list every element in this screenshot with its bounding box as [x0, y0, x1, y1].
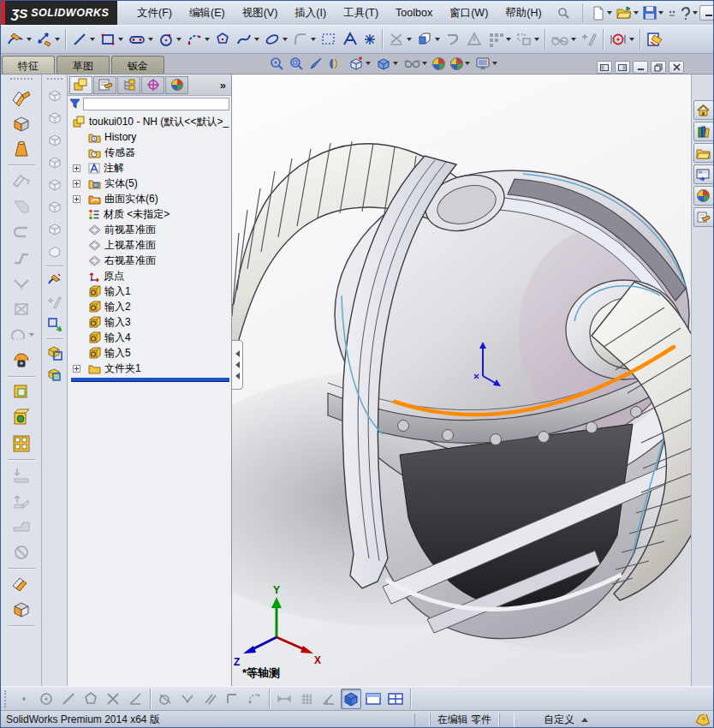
polygon-tool-icon[interactable] [212, 27, 233, 51]
snap-parallel-icon[interactable] [199, 689, 220, 709]
units-selector[interactable]: 自定义 [515, 713, 617, 727]
lofted-bend-icon[interactable] [9, 136, 34, 162]
tree-item-imported4[interactable]: 输入4 [69, 330, 231, 345]
no-bends-icon[interactable] [9, 540, 34, 565]
minimize-icon[interactable] [699, 5, 714, 21]
display-style-icon[interactable] [374, 54, 400, 73]
home-icon[interactable] [693, 100, 714, 120]
zoom-fit-icon[interactable] [268, 54, 286, 73]
menu-file[interactable]: 文件(F) [129, 3, 180, 23]
text-tool-icon[interactable] [340, 27, 360, 51]
rollback-bar[interactable] [71, 378, 229, 381]
snap-midpoint-icon[interactable] [177, 689, 198, 709]
circle-tool-icon[interactable] [156, 27, 183, 51]
view-settings-icon[interactable] [473, 54, 499, 73]
unfold-icon[interactable] [9, 462, 34, 488]
view-front-icon[interactable] [45, 85, 65, 107]
view-back-icon[interactable] [45, 107, 65, 129]
view-right-icon[interactable] [45, 152, 65, 174]
menu-insert[interactable]: 插入(I) [287, 3, 334, 23]
unit-angle-icon[interactable] [318, 689, 339, 709]
selection-box-icon[interactable] [318, 27, 339, 51]
base-flange-icon[interactable] [9, 85, 34, 110]
move-entities-icon[interactable] [514, 27, 541, 51]
snap-intersection-icon[interactable] [103, 689, 123, 709]
snap-quadrant-icon[interactable] [80, 689, 101, 709]
doc-restore-icon[interactable] [651, 61, 666, 74]
open-icon[interactable] [615, 3, 640, 22]
point-tool-icon[interactable] [361, 27, 378, 51]
expand-icon[interactable] [73, 195, 80, 203]
snap-tangent-icon[interactable] [155, 689, 176, 709]
tree-item-imported1[interactable]: 输入1 [69, 283, 231, 299]
toolbar-grip[interactable] [10, 78, 33, 82]
display-relations-icon[interactable] [549, 27, 578, 51]
appearance-icon[interactable] [431, 54, 447, 73]
tree-item-imported3[interactable]: 输入3 [69, 314, 231, 330]
tree-item-material[interactable]: 材质 <未指定> [69, 206, 231, 222]
expand-icon[interactable] [73, 180, 80, 188]
edge-flange-icon[interactable] [9, 168, 34, 194]
doc-close-icon[interactable] [669, 61, 684, 74]
rip-icon[interactable] [9, 597, 34, 623]
tree-item-solid-bodies[interactable]: 实体(5) [69, 176, 231, 191]
sketch-new-icon[interactable] [45, 269, 65, 291]
fillet-tool-icon[interactable] [290, 27, 318, 51]
toolbar-grip[interactable] [47, 78, 62, 82]
line-tool-icon[interactable] [69, 27, 97, 51]
configuration-manager-tab[interactable] [117, 76, 140, 94]
tree-item-front-plane[interactable]: 前视基准面 [69, 222, 231, 237]
fold-icon[interactable] [9, 488, 34, 514]
arc-tool-icon[interactable] [184, 27, 211, 51]
mirror-entities-icon[interactable] [464, 27, 485, 51]
view-left-icon[interactable] [45, 129, 65, 152]
flatten-icon[interactable] [9, 514, 34, 540]
extruded-cut-icon[interactable] [9, 322, 34, 348]
toolbar-overflow-icon[interactable] [666, 3, 678, 22]
file-explorer-icon[interactable] [693, 143, 714, 163]
helmet-model[interactable]: Y X Z [232, 75, 691, 686]
slot-tool-icon[interactable] [126, 27, 155, 51]
snap-angle-icon[interactable] [125, 689, 146, 709]
tree-item-annotations[interactable]: 注解 [69, 160, 231, 176]
menu-edit[interactable]: 编辑(E) [181, 3, 233, 23]
graphics-area[interactable]: Y X Z *等轴测 [232, 75, 691, 686]
expand-icon[interactable] [73, 365, 80, 373]
design-library-icon[interactable] [693, 122, 714, 141]
magnifying-glass-icon[interactable] [307, 54, 326, 73]
snap-perpendicular-icon[interactable] [222, 689, 242, 709]
search-icon[interactable] [555, 4, 574, 21]
cross-break-icon[interactable] [9, 296, 34, 322]
tag-icon[interactable] [694, 714, 710, 726]
display-manager-tab[interactable] [165, 76, 188, 94]
snap-line-icon[interactable] [58, 689, 79, 709]
linear-pattern-icon[interactable] [485, 27, 513, 51]
single-viewport-icon[interactable] [363, 689, 384, 709]
tree-filter-input[interactable] [83, 98, 229, 110]
menu-window[interactable]: 窗口(W) [442, 3, 496, 23]
tree-item-surface-bodies[interactable]: 曲面实体(6) [69, 191, 231, 206]
sheet-pattern-icon[interactable] [9, 431, 34, 456]
menu-view[interactable]: 视图(V) [235, 3, 286, 23]
appearances-icon[interactable] [693, 186, 714, 206]
convert-sketch-icon[interactable] [45, 313, 65, 336]
view-trimetric-icon[interactable] [45, 241, 65, 263]
convert-entities-icon[interactable] [414, 27, 442, 51]
body-select2-icon[interactable] [45, 364, 65, 386]
section-view-icon[interactable] [328, 54, 345, 73]
rectangle-tool-icon[interactable] [98, 27, 125, 51]
tab-features[interactable]: 特征 [2, 56, 55, 74]
tab-sheet-metal[interactable]: 钣金 [111, 56, 164, 74]
tree-item-history[interactable]: History [69, 129, 231, 145]
menu-help[interactable]: 帮助(H) [497, 3, 549, 23]
sketch-picture-icon[interactable] [644, 27, 666, 51]
menu-tools[interactable]: 工具(T) [336, 3, 386, 23]
trim-entities-icon[interactable] [386, 27, 414, 51]
quick-snaps-icon[interactable] [607, 27, 636, 51]
snap-points-icon[interactable] [244, 689, 265, 709]
jog-icon[interactable] [9, 245, 34, 271]
ellipse-tool-icon[interactable] [262, 27, 289, 51]
snap-center-icon[interactable] [36, 689, 57, 709]
scene-icon[interactable] [449, 54, 472, 73]
view-isometric-icon[interactable] [45, 218, 65, 241]
